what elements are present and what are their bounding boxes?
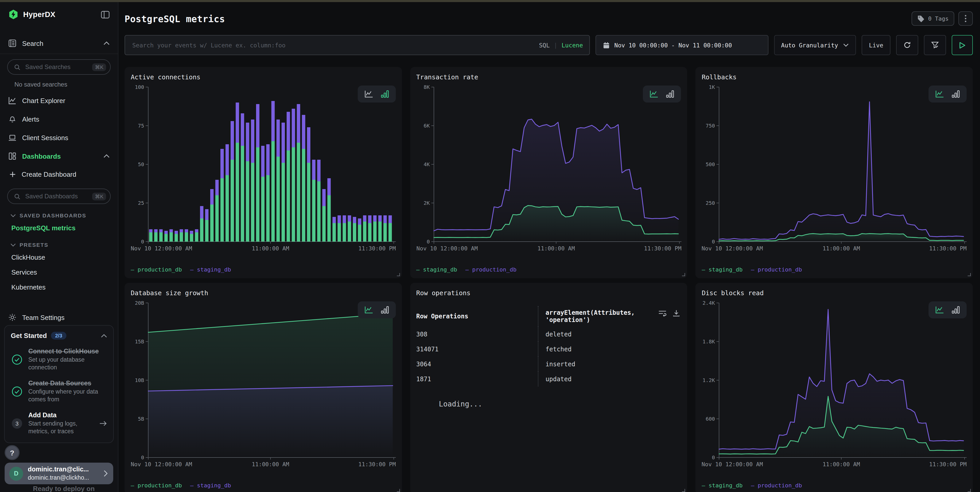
panel-disc-blocks-read: Disc blocks read 06001.2K1.8K2.4KNov 10 … (695, 283, 973, 492)
sidebar-item-chart-explorer[interactable]: Chart Explorer (0, 91, 118, 110)
saved-dashboards-section-toggle[interactable]: SAVED DASHBOARDS (0, 206, 118, 220)
bar-chart-icon[interactable] (952, 306, 960, 314)
legend-item[interactable]: — production_db (751, 266, 802, 273)
line-chart-icon[interactable] (935, 306, 944, 314)
line-chart-icon (8, 96, 16, 105)
search-icon (14, 64, 21, 70)
lucene-mode-toggle[interactable]: Lucene (562, 42, 583, 49)
svg-text:10B: 10B (135, 377, 144, 383)
table-row[interactable]: 314071fetched (416, 342, 681, 356)
chart-type-toggle (358, 86, 396, 102)
sidebar-item-alerts[interactable]: Alerts (0, 110, 118, 128)
bar-chart-icon[interactable] (381, 306, 389, 314)
sidebar-preset-services[interactable]: Services (0, 265, 118, 280)
event-search-box: SQL | Lucene (124, 35, 590, 55)
download-icon[interactable] (673, 310, 680, 317)
step-desc: Set up your database connection (28, 356, 107, 371)
column-header[interactable]: Row Operations (416, 306, 538, 327)
legend-item[interactable]: — staging_db (190, 482, 231, 489)
create-dashboard-label: Create Dashboard (22, 171, 76, 178)
legend-item[interactable]: — staging_db (702, 482, 743, 489)
get-started-step-add-data[interactable]: 3 Add Data Start sending logs, metrics, … (11, 412, 107, 435)
table-row[interactable]: 308deleted (416, 327, 681, 342)
resize-handle[interactable] (968, 489, 971, 492)
step-number-badge: 3 (12, 418, 22, 428)
sidebar-item-client-sessions[interactable]: Client Sessions (0, 128, 118, 147)
wrap-text-icon[interactable] (659, 310, 667, 317)
kebab-menu-button[interactable] (958, 11, 973, 26)
date-range-picker[interactable]: Nov 10 00:00:00 - Nov 11 00:00:00 (595, 35, 768, 55)
app-viewport: HyperDX Search ⌘K No saved searches Char… (0, 0, 980, 492)
get-started-step-sources[interactable]: Create Data Sources Configure where your… (11, 380, 107, 403)
sql-mode-toggle[interactable]: SQL (539, 42, 550, 49)
toolbar: SQL | Lucene Nov 10 00:00:00 - Nov 11 00… (124, 35, 973, 55)
main-content: 0 Tags PostgreSQL metrics SQL | Lucene N… (118, 0, 980, 492)
chart-type-toggle (929, 301, 967, 318)
bar-chart-icon[interactable] (952, 90, 960, 98)
get-started-step-connect[interactable]: Connect to ClickHouse Set up your databa… (11, 348, 107, 371)
line-chart-icon[interactable] (650, 90, 659, 98)
svg-text:500: 500 (706, 161, 715, 168)
sidebar-item-team-settings[interactable]: Team Settings (0, 308, 118, 327)
chart-legend: — production_db— staging_db (131, 266, 231, 273)
filter-button[interactable] (924, 35, 946, 55)
panel-database-size-growth: Database size growth 05B10B15B20BNov 10 … (124, 283, 402, 492)
line-chart-icon[interactable] (364, 306, 373, 314)
presets-section-toggle[interactable]: PRESETS (0, 235, 118, 250)
sidebar-preset-clickhouse[interactable]: ClickHouse (0, 250, 118, 265)
saved-dashboards-input-wrap: ⌘K (7, 188, 111, 204)
sidebar-collapse-icon[interactable] (100, 10, 111, 19)
legend-item[interactable]: — staging_db (416, 266, 457, 273)
svg-text:Nov 10 12:00:00 AM: Nov 10 12:00:00 AM (702, 461, 763, 468)
refresh-button[interactable] (896, 35, 918, 55)
event-search-input[interactable] (131, 41, 539, 49)
chart-canvas[interactable]: 06001.2K1.8K2.4KNov 10 12:00:00 AM11:00:… (702, 298, 967, 471)
resize-handle[interactable] (682, 273, 685, 276)
row-operations-table: Row Operations arrayElement(Attributes, … (416, 306, 681, 387)
saved-searches-input[interactable] (24, 63, 89, 71)
resize-handle[interactable] (396, 273, 400, 276)
live-button[interactable]: Live (862, 35, 891, 55)
sidebar-item-dashboards[interactable]: Dashboards (0, 147, 118, 165)
user-menu[interactable]: D dominic.tran@clic... dominic.tran@clic… (5, 463, 113, 484)
svg-text:75: 75 (138, 123, 144, 129)
chart-canvas[interactable]: 02505007501KNov 10 12:00:00 AM11:00:00 A… (702, 82, 967, 255)
legend-item[interactable]: — production_db (131, 482, 182, 489)
chart-canvas[interactable]: 05B10B15B20BNov 10 12:00:00 AM11:00:00 A… (131, 298, 396, 471)
granularity-select[interactable]: Auto Granularity (774, 35, 856, 55)
chevron-up-icon[interactable] (101, 334, 107, 338)
table-row[interactable]: 3064inserted (416, 356, 681, 371)
chart-canvas[interactable]: 0255075100Nov 10 12:00:00 AM11:00:00 AM1… (131, 82, 396, 255)
resize-handle[interactable] (968, 273, 971, 276)
sidebar-item-label: Team Settings (22, 313, 65, 321)
svg-text:100: 100 (135, 84, 144, 90)
panel-title: Active connections (131, 67, 396, 81)
resize-handle[interactable] (396, 489, 400, 492)
chart-canvas[interactable]: 02K4K6K8KNov 10 12:00:00 AM11:00:00 AM11… (416, 82, 681, 255)
calendar-icon (603, 42, 610, 49)
svg-text:0: 0 (141, 454, 144, 460)
search-icon (14, 193, 21, 200)
line-chart-icon[interactable] (935, 90, 944, 98)
tags-button[interactable]: 0 Tags (912, 11, 955, 26)
bar-chart-icon[interactable] (381, 90, 389, 98)
legend-item[interactable]: — production_db (465, 266, 517, 273)
resize-handle[interactable] (682, 489, 685, 492)
bar-chart-icon[interactable] (666, 90, 675, 98)
run-query-button[interactable] (952, 35, 973, 55)
help-button[interactable]: ? (5, 445, 19, 460)
legend-item[interactable]: — staging_db (702, 266, 743, 273)
sidebar-preset-kubernetes[interactable]: Kubernetes (0, 280, 118, 295)
table-cell: 308 (416, 327, 538, 342)
line-chart-icon[interactable] (364, 90, 373, 98)
create-dashboard-button[interactable]: Create Dashboard (0, 165, 118, 184)
legend-item[interactable]: — staging_db (190, 266, 231, 273)
legend-item[interactable]: — production_db (131, 266, 182, 273)
legend-item[interactable]: — production_db (751, 482, 802, 489)
svg-text:11:30:00 PM: 11:30:00 PM (358, 245, 396, 252)
sidebar-item-search[interactable]: Search (0, 34, 118, 54)
saved-dashboards-input[interactable] (24, 192, 89, 200)
sidebar-dashboard-postgresql-metrics[interactable]: PostgreSQL metrics (0, 220, 118, 235)
deploy-teaser-text: Ready to deploy on ClickHouse Cloud? (33, 484, 95, 492)
table-row[interactable]: 1871updated (416, 371, 681, 387)
